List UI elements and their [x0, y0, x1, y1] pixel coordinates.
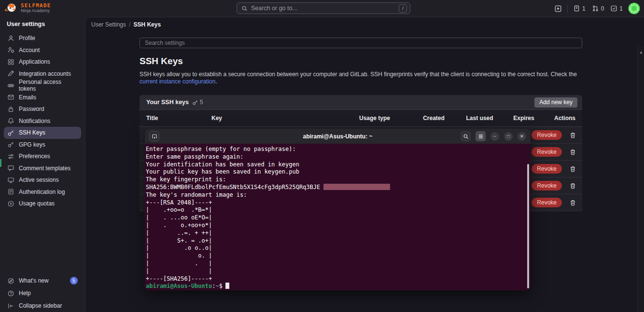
collapse-icon — [7, 302, 14, 310]
brand-name: SELFMADE — [21, 3, 51, 9]
slash-shortcut-hint: / — [399, 4, 407, 13]
trash-icon[interactable] — [569, 199, 576, 206]
add-new-key-button[interactable]: Add new key — [534, 97, 577, 108]
settings-search-input[interactable] — [140, 38, 582, 48]
breadcrumb-separator: / — [129, 21, 130, 28]
global-search-input[interactable]: Search or go to... / — [237, 2, 410, 14]
revoke-button[interactable]: Revoke — [532, 147, 562, 157]
redacted-fingerprint — [323, 184, 390, 190]
sidebar-item-label: Authentication log — [19, 189, 65, 195]
applications-icon — [7, 58, 14, 66]
revoke-button[interactable]: Revoke — [532, 198, 562, 207]
panel-title: Your SSH keys — [146, 99, 189, 106]
instance-configuration-link[interactable]: current instance configuration — [140, 78, 215, 85]
sidebar-item-label: Applications — [19, 58, 50, 65]
terminal-search-icon[interactable] — [461, 131, 471, 141]
trash-icon[interactable] — [569, 149, 576, 156]
terminal-new-tab-icon[interactable] — [149, 131, 159, 141]
revoke-button[interactable]: Revoke — [532, 181, 562, 190]
revoke-button[interactable]: Revoke — [532, 164, 562, 174]
sidebar-item-help[interactable]: Help — [4, 287, 81, 299]
prompt-user-host: abirami@Asus-Ubuntu — [146, 283, 212, 289]
sidebar-item-personal-access-tokens[interactable]: Personal access tokens — [4, 80, 81, 92]
notifications-icon — [7, 117, 14, 124]
sidebar-item-applications[interactable]: Applications — [4, 56, 81, 68]
terminal-titlebar[interactable]: abirami@Asus-Ubuntu: ~ − □ ✕ — [145, 129, 531, 144]
sidebar-item-profile[interactable]: Profile — [4, 32, 81, 44]
sidebar-item-comment-templates[interactable]: Comment templates — [4, 163, 81, 175]
sidebar-item-account[interactable]: Account — [4, 44, 81, 56]
sidebar-item-integration-accounts[interactable]: Integration accounts — [4, 68, 81, 80]
whats-new-icon — [7, 277, 14, 285]
sidebar-item-label: Profile — [19, 35, 35, 41]
sidebar-item-ssh-keys[interactable]: SSH Keys — [4, 127, 81, 139]
sidebar-item-label: What's new — [19, 277, 49, 284]
counter-tasks-icon[interactable]: 1 — [610, 5, 623, 12]
sidebar-item-collapse-sidebar[interactable]: Collapse sidebar — [4, 299, 81, 312]
topbar-counters: 101 — [573, 5, 623, 12]
sidebar-item-label: Notifications — [19, 118, 50, 124]
terminal-menu-icon[interactable] — [476, 131, 486, 141]
breadcrumb-user-settings[interactable]: User Settings — [91, 21, 126, 28]
counter-value: 1 — [619, 5, 623, 12]
brand-logo[interactable]: SELFMADE Ninja Academy — [5, 1, 51, 14]
column-last-used: Last used — [457, 115, 503, 122]
minimize-icon[interactable]: − — [490, 132, 499, 141]
table-header: TitleKeyUsage typeCreatedLast usedExpire… — [140, 109, 582, 127]
sidebar-item-notifications[interactable]: Notifications — [4, 115, 81, 127]
sidebar-item-label: Account — [19, 47, 40, 54]
key-icon — [192, 99, 198, 106]
topbar-divider — [567, 5, 568, 13]
sidebar-item-gpg-keys[interactable]: GPG keys — [4, 139, 81, 151]
sidebar-item-label: GPG keys — [19, 141, 45, 148]
top-bar: SELFMADE Ninja Academy Search or go to..… — [0, 0, 644, 17]
close-icon[interactable]: ✕ — [518, 132, 526, 141]
quota-icon — [7, 200, 14, 207]
sidebar-item-label: Emails — [19, 94, 36, 101]
column-created: Created — [411, 115, 457, 122]
prompt-line: abirami@Asus-Ubuntu:~$ — [146, 283, 229, 289]
terminal-scrollbar-thumb[interactable] — [527, 164, 529, 288]
terminal-body[interactable]: Enter passphrase (empty for no passphras… — [145, 144, 531, 290]
create-new-icon[interactable] — [554, 5, 562, 13]
trash-icon[interactable] — [569, 165, 576, 173]
trash-icon[interactable] — [569, 132, 576, 139]
key-icon — [7, 129, 14, 136]
sidebar-item-emails[interactable]: Emails — [4, 92, 81, 104]
sidebar-item-label: Personal access tokens — [19, 79, 78, 92]
sidebar-item-label: Integration accounts — [19, 70, 71, 77]
page-description: SSH keys allow you to establish a secure… — [140, 71, 579, 85]
breadcrumb: User Settings / SSH Keys — [91, 21, 161, 28]
token-icon — [7, 82, 14, 89]
column-expires: Expires — [503, 115, 545, 122]
sidebar-item-active-sessions[interactable]: Active sessions — [4, 174, 81, 186]
sidebar-item-what-s-new[interactable]: What's new5 — [4, 274, 81, 287]
counter-value: 1 — [582, 5, 586, 12]
breadcrumb-ssh-keys[interactable]: SSH Keys — [133, 21, 161, 28]
sidebar-item-password[interactable]: Password — [4, 103, 81, 115]
monitor-icon — [7, 176, 14, 184]
sidebar-item-authentication-log[interactable]: Authentication log — [4, 186, 81, 198]
counter-merge-request-icon[interactable]: 0 — [592, 5, 604, 12]
app-window: SELFMADE Ninja Academy Search or go to..… — [0, 0, 644, 312]
avatar[interactable] — [628, 2, 640, 14]
merge-request-icon — [592, 5, 599, 12]
key-count: 5 — [192, 99, 203, 106]
sidebar-item-preferences[interactable]: Preferences — [4, 150, 81, 163]
terminal-output: Enter passphrase (empty for no passphras… — [146, 146, 531, 290]
sidebar-item-label: Usage quotas — [19, 200, 55, 207]
trash-icon[interactable] — [569, 182, 576, 190]
revoke-button[interactable]: Revoke — [532, 130, 562, 140]
global-search-placeholder: Search or go to... — [251, 5, 395, 12]
sidebar-item-usage-quotas[interactable]: Usage quotas — [4, 198, 81, 210]
page-scrollbar[interactable]: ▲ ▼ — [637, 46, 644, 312]
sidebar-item-label: Collapse sidebar — [19, 302, 62, 309]
maximize-icon[interactable]: □ — [504, 132, 513, 141]
description-text: SSH keys allow you to establish a secure… — [140, 71, 577, 78]
scroll-up-icon[interactable]: ▲ — [639, 50, 644, 54]
sidebar-item-label: Active sessions — [19, 176, 59, 183]
prompt-path: ~ — [216, 283, 219, 289]
sidebar-footer: What's new5 Help Collapse sidebar — [0, 273, 85, 312]
counter-issues-icon[interactable]: 1 — [573, 5, 586, 12]
account-icon — [7, 46, 14, 54]
